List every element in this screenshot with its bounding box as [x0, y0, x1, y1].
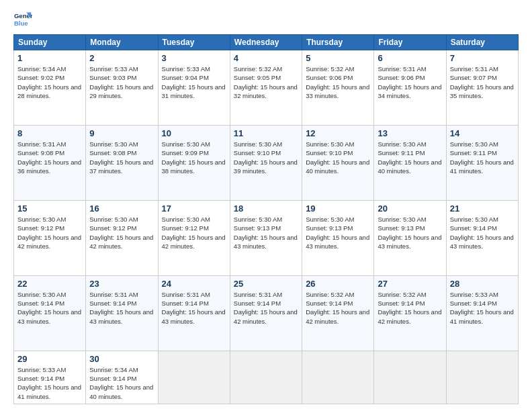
day-info: Sunrise: 5:32 AM Sunset: 9:14 PM Dayligh…	[378, 290, 442, 326]
daylight-label: Daylight: 15 hours and 29 minutes.	[89, 83, 153, 99]
sunrise-label: Sunrise: 5:30 AM	[234, 140, 282, 148]
daylight-label: Daylight: 15 hours and 41 minutes.	[450, 308, 514, 324]
day-number: 17	[162, 203, 226, 214]
sunset-label: Sunset: 9:09 PM	[162, 149, 209, 156]
day-info: Sunrise: 5:31 AM Sunset: 9:07 PM Dayligh…	[450, 64, 515, 100]
sunrise-label: Sunrise: 5:30 AM	[306, 140, 354, 148]
day-number: 7	[450, 53, 515, 63]
table-row: 25 Sunrise: 5:31 AM Sunset: 9:14 PM Dayl…	[230, 275, 302, 351]
table-row: 14 Sunrise: 5:30 AM Sunset: 9:11 PM Dayl…	[446, 125, 518, 200]
table-row: 28 Sunrise: 5:33 AM Sunset: 9:14 PM Dayl…	[446, 275, 518, 351]
table-row: 1 Sunrise: 5:34 AM Sunset: 9:02 PM Dayli…	[14, 50, 86, 126]
day-number: 6	[378, 53, 442, 63]
sunrise-label: Sunrise: 5:33 AM	[450, 291, 498, 298]
daylight-label: Daylight: 15 hours and 43 minutes.	[234, 234, 298, 250]
daylight-label: Daylight: 15 hours and 42 minutes.	[89, 234, 153, 250]
sunset-label: Sunset: 9:14 PM	[450, 224, 497, 232]
sunrise-label: Sunrise: 5:31 AM	[450, 65, 498, 73]
day-number: 3	[162, 53, 226, 63]
day-number: 29	[17, 354, 82, 364]
day-info: Sunrise: 5:30 AM Sunset: 9:12 PM Dayligh…	[162, 215, 226, 250]
sunset-label: Sunset: 9:05 PM	[234, 74, 281, 81]
header-row: Sunday Monday Tuesday Wednesday Thursday…	[14, 35, 519, 50]
day-number: 4	[234, 53, 298, 63]
daylight-label: Daylight: 15 hours and 43 minutes.	[17, 308, 81, 324]
calendar-table: Sunday Monday Tuesday Wednesday Thursday…	[13, 34, 519, 404]
sunset-label: Sunset: 9:11 PM	[378, 149, 425, 156]
sunrise-label: Sunrise: 5:31 AM	[17, 140, 66, 148]
sunrise-label: Sunrise: 5:31 AM	[162, 291, 210, 298]
day-number: 1	[17, 53, 82, 63]
day-info: Sunrise: 5:30 AM Sunset: 9:13 PM Dayligh…	[306, 215, 370, 250]
day-info: Sunrise: 5:33 AM Sunset: 9:14 PM Dayligh…	[450, 290, 515, 326]
day-number: 22	[17, 279, 82, 289]
day-number: 18	[234, 203, 298, 214]
day-number: 8	[17, 128, 82, 138]
daylight-label: Daylight: 15 hours and 37 minutes.	[89, 158, 153, 175]
day-info: Sunrise: 5:33 AM Sunset: 9:03 PM Dayligh…	[89, 64, 154, 100]
sunrise-label: Sunrise: 5:32 AM	[306, 65, 354, 73]
sunrise-label: Sunrise: 5:33 AM	[17, 366, 66, 373]
sunrise-label: Sunrise: 5:32 AM	[306, 291, 354, 298]
day-info: Sunrise: 5:31 AM Sunset: 9:06 PM Dayligh…	[378, 64, 442, 100]
daylight-label: Daylight: 15 hours and 39 minutes.	[234, 158, 298, 175]
day-info: Sunrise: 5:33 AM Sunset: 9:14 PM Dayligh…	[17, 365, 82, 401]
daylight-label: Daylight: 15 hours and 42 minutes.	[17, 234, 81, 250]
day-info: Sunrise: 5:30 AM Sunset: 9:13 PM Dayligh…	[378, 215, 442, 250]
sunset-label: Sunset: 9:13 PM	[306, 224, 353, 232]
calendar-row: 8 Sunrise: 5:31 AM Sunset: 9:08 PM Dayli…	[14, 125, 519, 200]
day-number: 24	[162, 279, 226, 289]
day-info: Sunrise: 5:34 AM Sunset: 9:14 PM Dayligh…	[89, 365, 154, 401]
sunrise-label: Sunrise: 5:30 AM	[450, 216, 498, 223]
sunset-label: Sunset: 9:06 PM	[378, 74, 425, 81]
day-number: 10	[162, 128, 226, 138]
sunset-label: Sunset: 9:10 PM	[306, 149, 353, 156]
day-number: 16	[89, 203, 154, 214]
table-row: 3 Sunrise: 5:33 AM Sunset: 9:04 PM Dayli…	[158, 50, 230, 126]
day-info: Sunrise: 5:30 AM Sunset: 9:14 PM Dayligh…	[450, 215, 515, 250]
table-row: 10 Sunrise: 5:30 AM Sunset: 9:09 PM Dayl…	[158, 125, 230, 200]
table-row	[446, 351, 518, 404]
sunrise-label: Sunrise: 5:31 AM	[89, 291, 138, 298]
col-saturday: Saturday	[446, 35, 518, 50]
day-info: Sunrise: 5:33 AM Sunset: 9:04 PM Dayligh…	[162, 64, 226, 100]
table-row: 15 Sunrise: 5:30 AM Sunset: 9:12 PM Dayl…	[14, 200, 86, 275]
daylight-label: Daylight: 15 hours and 38 minutes.	[162, 158, 226, 175]
table-row: 21 Sunrise: 5:30 AM Sunset: 9:14 PM Dayl…	[446, 200, 518, 275]
table-row	[230, 351, 302, 404]
daylight-label: Daylight: 15 hours and 42 minutes.	[162, 234, 226, 250]
day-info: Sunrise: 5:31 AM Sunset: 9:14 PM Dayligh…	[89, 290, 154, 326]
sunrise-label: Sunrise: 5:32 AM	[378, 291, 426, 298]
logo: General Blue	[13, 10, 35, 29]
table-row: 11 Sunrise: 5:30 AM Sunset: 9:10 PM Dayl…	[230, 125, 302, 200]
day-number: 25	[234, 279, 298, 289]
table-row: 8 Sunrise: 5:31 AM Sunset: 9:08 PM Dayli…	[14, 125, 86, 200]
daylight-label: Daylight: 15 hours and 43 minutes.	[89, 308, 153, 324]
day-number: 9	[89, 128, 154, 138]
table-row: 4 Sunrise: 5:32 AM Sunset: 9:05 PM Dayli…	[230, 50, 302, 126]
table-row: 7 Sunrise: 5:31 AM Sunset: 9:07 PM Dayli…	[446, 50, 518, 126]
daylight-label: Daylight: 15 hours and 34 minutes.	[378, 83, 441, 99]
sunset-label: Sunset: 9:10 PM	[234, 149, 281, 156]
sunrise-label: Sunrise: 5:34 AM	[17, 65, 66, 73]
daylight-label: Daylight: 15 hours and 40 minutes.	[378, 158, 441, 175]
sunset-label: Sunset: 9:14 PM	[234, 300, 281, 307]
sunset-label: Sunset: 9:12 PM	[17, 224, 64, 232]
sunset-label: Sunset: 9:14 PM	[89, 300, 136, 307]
day-info: Sunrise: 5:30 AM Sunset: 9:08 PM Dayligh…	[89, 140, 154, 175]
sunrise-label: Sunrise: 5:33 AM	[89, 65, 138, 73]
day-info: Sunrise: 5:30 AM Sunset: 9:12 PM Dayligh…	[89, 215, 154, 250]
day-info: Sunrise: 5:32 AM Sunset: 9:06 PM Dayligh…	[306, 64, 370, 100]
table-row: 20 Sunrise: 5:30 AM Sunset: 9:13 PM Dayl…	[374, 200, 446, 275]
sunset-label: Sunset: 9:08 PM	[89, 149, 136, 156]
day-info: Sunrise: 5:31 AM Sunset: 9:14 PM Dayligh…	[234, 290, 298, 326]
page: General Blue Sunday Monday Tuesday Wedne…	[0, 0, 532, 411]
sunrise-label: Sunrise: 5:30 AM	[450, 140, 498, 148]
sunset-label: Sunset: 9:04 PM	[162, 74, 209, 81]
sunrise-label: Sunrise: 5:30 AM	[17, 216, 66, 223]
day-number: 14	[450, 128, 515, 138]
day-info: Sunrise: 5:30 AM Sunset: 9:10 PM Dayligh…	[234, 140, 298, 175]
table-row: 24 Sunrise: 5:31 AM Sunset: 9:14 PM Dayl…	[158, 275, 230, 351]
table-row: 17 Sunrise: 5:30 AM Sunset: 9:12 PM Dayl…	[158, 200, 230, 275]
day-info: Sunrise: 5:30 AM Sunset: 9:14 PM Dayligh…	[17, 290, 82, 326]
